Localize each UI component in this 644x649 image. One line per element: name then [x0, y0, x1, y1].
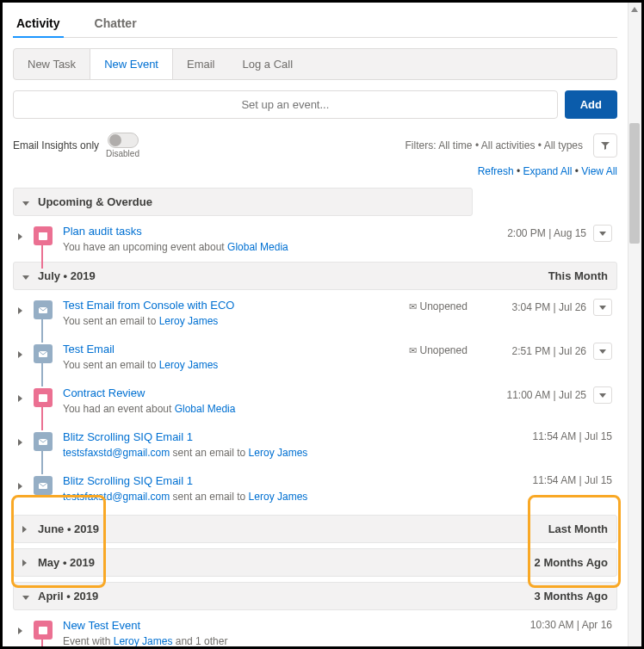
insights-toggle[interactable] — [108, 133, 139, 148]
mail-icon — [34, 476, 53, 495]
chevron-right-icon — [22, 556, 31, 569]
expand-icon[interactable] — [18, 392, 30, 405]
item-menu-button[interactable] — [593, 299, 612, 316]
timeline-item: Test Email from Console with ECO You sen… — [13, 292, 617, 336]
expand-all-link[interactable]: Expand All — [523, 165, 573, 177]
item-menu-button[interactable] — [593, 386, 612, 404]
item-title[interactable]: New Test Event — [63, 619, 530, 632]
svg-rect-7 — [39, 627, 47, 634]
item-time: 11:54 AM | Jul 15 — [532, 430, 612, 442]
email-status: Unopened — [420, 300, 468, 312]
section-title: June • 2019 — [38, 522, 99, 535]
action-new-event[interactable]: New Event — [90, 49, 173, 79]
expand-icon[interactable] — [18, 230, 30, 243]
link-email[interactable]: testsfaxstd@gmail.com — [63, 491, 170, 503]
section-badge: Last Month — [548, 522, 608, 535]
scroll-thumb[interactable] — [629, 123, 640, 244]
view-all-link[interactable]: View All — [581, 165, 617, 177]
item-title[interactable]: Test Email from Console with ECO — [63, 299, 409, 312]
action-email[interactable]: Email — [173, 49, 229, 79]
timeline-links: Refresh • Expand All • View All — [13, 165, 617, 177]
filter-icon[interactable] — [593, 133, 617, 158]
refresh-link[interactable]: Refresh — [478, 165, 514, 177]
chevron-down-icon — [22, 195, 31, 208]
filters-text: Filters: All time • All activities • All… — [406, 139, 583, 151]
scroll-up-icon[interactable] — [629, 4, 640, 15]
section-april[interactable]: April • 2019 3 Months Ago — [13, 582, 617, 610]
section-badge: This Month — [548, 269, 608, 282]
envelope-icon — [409, 300, 417, 312]
scrollbar[interactable] — [628, 3, 641, 646]
link-email[interactable]: testsfaxstd@gmail.com — [63, 447, 170, 459]
toggle-state: Disabled — [106, 149, 139, 158]
svg-rect-4 — [39, 394, 47, 402]
item-time: 2:51 PM | Jul 26 — [512, 345, 587, 357]
link-leroy[interactable]: Leroy James — [114, 635, 173, 647]
timeline-item: Plan audit tasks You have an upcoming ev… — [13, 218, 617, 262]
timeline-item: Test Email You sent an email to Leroy Ja… — [13, 336, 617, 380]
add-button[interactable]: Add — [565, 90, 617, 119]
section-may[interactable]: May • 2019 2 Months Ago — [13, 548, 617, 577]
action-tabs: New Task New Event Email Log a Call — [13, 48, 617, 80]
section-june[interactable]: June • 2019 Last Month — [13, 515, 617, 543]
expand-icon[interactable] — [18, 479, 30, 492]
action-new-task[interactable]: New Task — [14, 49, 90, 79]
section-title: July • 2019 — [38, 269, 96, 282]
section-title: Upcoming & Overdue — [38, 195, 152, 208]
expand-icon[interactable] — [18, 348, 30, 361]
insights-label: Email Insights only — [13, 139, 99, 151]
mail-icon — [34, 344, 53, 363]
item-time: 2:00 PM | Aug 15 — [507, 227, 586, 239]
chevron-down-icon — [22, 269, 31, 282]
link-leroy[interactable]: Leroy James — [249, 491, 308, 503]
item-title[interactable]: Contract Review — [63, 386, 506, 399]
link-leroy[interactable]: Leroy James — [159, 359, 219, 371]
timeline-item: Blitz Scrolling SIQ Email 1 testsfaxstd@… — [13, 467, 617, 511]
item-time: 11:00 AM | Jul 25 — [506, 389, 586, 401]
item-title[interactable]: Blitz Scrolling SIQ Email 1 — [63, 430, 532, 443]
section-badge: 2 Months Ago — [535, 556, 608, 569]
section-july[interactable]: July • 2019 This Month — [13, 262, 617, 290]
mail-icon — [34, 432, 53, 451]
item-title[interactable]: Plan audit tasks — [63, 225, 507, 238]
item-title[interactable]: Blitz Scrolling SIQ Email 1 — [63, 474, 532, 487]
chevron-right-icon — [22, 522, 31, 535]
link-leroy[interactable]: Leroy James — [159, 315, 219, 327]
expand-icon[interactable] — [18, 624, 30, 637]
mail-icon — [34, 300, 53, 319]
top-tabs: Activity Chatter — [13, 9, 617, 38]
calendar-icon — [34, 226, 53, 245]
chevron-down-icon — [22, 590, 31, 603]
svg-rect-1 — [39, 232, 47, 234]
item-menu-button[interactable] — [593, 343, 612, 360]
item-time: 3:04 PM | Jul 26 — [512, 301, 587, 313]
item-title[interactable]: Test Email — [63, 343, 409, 355]
link-leroy[interactable]: Leroy James — [249, 447, 308, 459]
timeline-item: Contract Review You had an event about G… — [13, 380, 617, 423]
timeline-item: New Test Event Event with Leroy James an… — [13, 612, 617, 649]
item-menu-button[interactable] — [593, 225, 612, 242]
tab-chatter[interactable]: Chatter — [91, 9, 140, 37]
section-title: May • 2019 — [38, 556, 95, 569]
section-badge: 3 Months Ago — [535, 590, 608, 603]
calendar-icon — [34, 388, 53, 407]
item-time: 10:30 AM | Apr 16 — [530, 619, 612, 631]
expand-icon[interactable] — [18, 436, 30, 448]
tab-activity[interactable]: Activity — [13, 9, 64, 37]
email-status: Unopened — [420, 344, 468, 356]
link-global-media[interactable]: Global Media — [175, 403, 236, 415]
timeline-item: Blitz Scrolling SIQ Email 1 testsfaxstd@… — [13, 423, 617, 467]
calendar-icon — [34, 621, 53, 640]
action-log-call[interactable]: Log a Call — [229, 49, 307, 79]
expand-icon[interactable] — [18, 304, 30, 317]
item-time: 11:54 AM | Jul 15 — [532, 474, 612, 486]
section-title: April • 2019 — [38, 590, 98, 603]
link-global-media[interactable]: Global Media — [227, 241, 288, 253]
event-input[interactable] — [13, 90, 558, 119]
section-upcoming[interactable]: Upcoming & Overdue — [13, 188, 473, 216]
envelope-icon — [409, 344, 417, 356]
